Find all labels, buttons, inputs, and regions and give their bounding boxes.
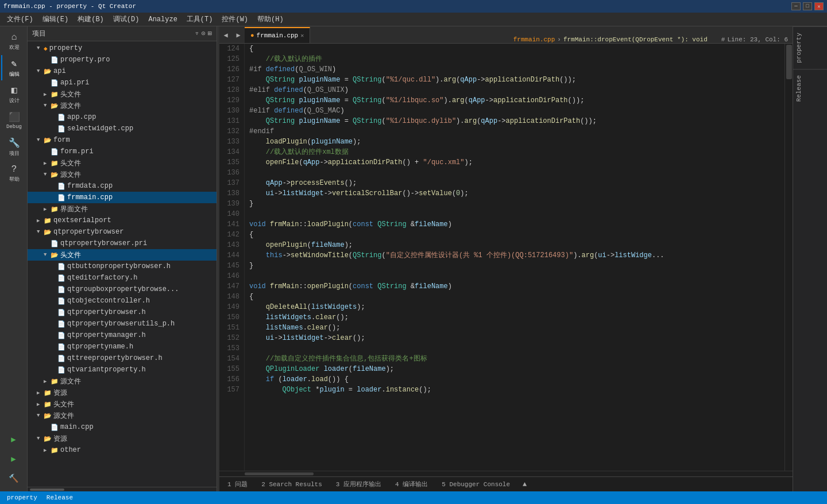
bottom-tab-buildoutput[interactable]: 4 编译输出 [392, 479, 431, 490]
code-line-135: openFile(qApp->applicationDirPath() + "/… [249, 157, 785, 168]
rs-release[interactable]: Release [793, 69, 827, 107]
sidebar-expand-icon[interactable]: ⊞ [208, 29, 212, 38]
debug-run-button[interactable]: ▶ [1, 450, 26, 467]
activity-debug[interactable]: ⬛ Debug [1, 108, 26, 133]
tree-app-cpp[interactable]: 📄 app.cpp [28, 111, 217, 123]
code-line-152: ui->listWidget->clear(); [249, 333, 785, 343]
tree-root-resources2[interactable]: ▼ 📂 资源 [28, 433, 217, 444]
menu-file[interactable]: 文件(F) [2, 13, 38, 25]
tree-form-headers[interactable]: ▶ 📁 头文件 [28, 157, 217, 169]
activity-edit[interactable]: ✎ 编辑 [1, 55, 26, 80]
activity-help[interactable]: ? 帮助 [1, 161, 26, 186]
tree-qtpropertybrowser[interactable]: ▼ 📂 qtpropertybrowser [28, 226, 217, 238]
tree-form-ui[interactable]: ▶ 📁 界面文件 [28, 203, 217, 215]
rs-property[interactable]: property [793, 26, 827, 69]
menu-tools[interactable]: 工具(T) [182, 13, 218, 25]
menu-controls[interactable]: 控件(W) [217, 13, 253, 25]
activity-design-label: 设计 [9, 97, 20, 104]
tab-frmmain-cpp[interactable]: ● frmmain.cpp ✕ [245, 27, 310, 43]
code-line-144: this->setWindowTitle(QString("自定义控件属性设计器… [249, 250, 785, 261]
bottom-panel-expand-icon[interactable]: ▲ [523, 480, 527, 489]
tab-close-frmmain[interactable]: ✕ [300, 32, 304, 39]
tree-property-pro[interactable]: 📄 property.pro [28, 54, 217, 65]
status-build-type[interactable]: Release [44, 494, 75, 501]
tree-qtpropertybrowser-h[interactable]: 📄 qtpropertybrowser.h [28, 307, 217, 318]
code-text[interactable]: { //载入默认的插件 #if defined(Q_OS_WIN) QStrin… [245, 44, 785, 471]
bottom-tab-problems[interactable]: 1 问题 [224, 479, 251, 490]
h-qtvariantproperty-icon: 📄 [57, 366, 65, 374]
tree-qteditorfactory-h[interactable]: 📄 qteditorfactory.h [28, 272, 217, 284]
activity-project[interactable]: 🔧 项目 [1, 134, 26, 160]
tree-form-sources[interactable]: ▼ 📂 源文件 [28, 169, 217, 180]
tree-qtbuttonpb-h[interactable]: 📄 qtbuttonpropertybrowser.h [28, 261, 217, 272]
tree-form-pri[interactable]: 📄 form.pri [28, 146, 217, 157]
status-project[interactable]: property [5, 494, 40, 501]
tree-qtpbutils-h[interactable]: 📄 qtpropertybrowserutils_p.h [28, 318, 217, 329]
close-button[interactable]: ✕ [814, 2, 824, 10]
code-line-148: { [249, 292, 785, 302]
tree-api[interactable]: ▼ 📂 api [28, 65, 217, 77]
tree-qextserialport[interactable]: ▶ 📁 qextserialport [28, 215, 217, 226]
h-qtobjectcontroller-icon: 📄 [57, 297, 65, 305]
tree-root-resources[interactable]: ▶ 📁 资源 [28, 387, 217, 398]
code-line-155: QPluginLoader loader(fileName); [249, 364, 785, 374]
tree-frmmain-cpp[interactable]: 📄 frmmain.cpp [28, 192, 217, 203]
tree-label-qtpropertybrowser-h: qtpropertybrowser.h [67, 308, 146, 316]
tree-qtpropertyname-h[interactable]: 📄 qtpropertyname.h [28, 341, 217, 352]
code-line-139: } [249, 199, 785, 209]
tree-frmdata-cpp[interactable]: 📄 frmdata.cpp [28, 180, 217, 192]
tree-root-headers[interactable]: ▶ 📁 头文件 [28, 398, 217, 410]
sidebar-scrollbar[interactable] [28, 487, 217, 491]
h-qtpropertymanager-icon: 📄 [57, 332, 65, 339]
code-line-143: openPlugin(fileName); [249, 240, 785, 250]
code-scrollbar[interactable] [785, 44, 793, 471]
menu-edit[interactable]: 编辑(E) [38, 13, 74, 25]
code-line-138: ui->listWidget->verticalScrollBar()->set… [249, 188, 785, 199]
tree-qtpb-headers[interactable]: ▼ 📂 头文件 [28, 249, 217, 261]
menu-build[interactable]: 构建(B) [73, 13, 109, 25]
tree-form[interactable]: ▼ 📂 form [28, 134, 217, 146]
tree-qtpb-pri[interactable]: 📄 qtpropertybrowser.pri [28, 238, 217, 249]
tree-other[interactable]: ▶ 📁 other [28, 444, 217, 456]
tree-qtpb-sources[interactable]: ▶ 📁 源文件 [28, 375, 217, 387]
tree-property-root[interactable]: ▼ ◆ property [28, 42, 217, 54]
activity-design[interactable]: ◧ 设计 [1, 82, 26, 107]
tree-label-qtpropertyname-h: qtpropertyname.h [67, 343, 133, 351]
bottom-tab-search[interactable]: 2 Search Results [258, 480, 326, 489]
tree-label-qteditorfactory-h: qteditorfactory.h [67, 274, 137, 282]
run-button[interactable]: ▶ [1, 431, 26, 448]
tree-qtvariantproperty-h[interactable]: 📄 qtvariantproperty.h [28, 364, 217, 375]
bottom-tab-appoutput[interactable]: 3 应用程序输出 [333, 479, 385, 490]
sidebar-header: 项目 ▿ ⊙ ⊞ [28, 26, 217, 41]
bottom-tab-debuggerconsole[interactable]: 5 Debugger Console [438, 480, 513, 489]
tree-qtobjectcontroller-h[interactable]: 📄 qtobjectcontroller.h [28, 295, 217, 307]
tree-qttreepb-h[interactable]: 📄 qttreepropertybrowser.h [28, 352, 217, 364]
maximize-button[interactable]: □ [803, 2, 812, 10]
menu-analyze[interactable]: Analyze [144, 14, 181, 25]
menu-help[interactable]: 帮助(H) [253, 13, 288, 25]
build-button[interactable]: 🔨 [1, 470, 26, 487]
tree-api-headers[interactable]: ▶ 📁 头文件 [28, 88, 217, 100]
tree-main-cpp[interactable]: 📄 main.cpp [28, 421, 217, 433]
tab-nav-back[interactable]: ◀ [219, 27, 232, 43]
tree-api-pri[interactable]: 📄 api.pri [28, 77, 217, 88]
tree-qtgroupboxpb-h[interactable]: 📄 qtgroupboxpropertybrowse... [28, 284, 217, 295]
tree-root-sources[interactable]: ▼ 📂 源文件 [28, 410, 217, 421]
arrow-property-root: ▼ [37, 45, 44, 51]
code-line-125: //载入默认的插件 [249, 54, 785, 64]
minimize-button[interactable]: ─ [791, 2, 801, 10]
code-line-147: void frmMain::openPlugin(const QString &… [249, 281, 785, 292]
tab-nav-forward[interactable]: ▶ [232, 27, 245, 43]
title-bar-title: frmmain.cpp - property - Qt Creator [3, 3, 136, 10]
arrow-form-headers: ▶ [44, 160, 51, 166]
sidebar-filter-icon[interactable]: ▿ [195, 29, 199, 38]
tree-qtpropertymanager-h[interactable]: 📄 qtpropertymanager.h [28, 329, 217, 341]
tree-label-qtpropertymanager-h: qtpropertymanager.h [67, 331, 146, 339]
menu-debug[interactable]: 调试(D) [109, 13, 144, 25]
sidebar-sync-icon[interactable]: ⊙ [202, 29, 206, 38]
tree-api-sources[interactable]: ▼ 📂 源文件 [28, 100, 217, 111]
tree-selectwidget-cpp[interactable]: 📄 selectwidget.cpp [28, 123, 217, 134]
activity-welcome[interactable]: ⌂ 欢迎 [1, 29, 26, 54]
cpp-main-icon: 📄 [51, 424, 59, 431]
code-hscrollbar[interactable] [219, 471, 793, 476]
